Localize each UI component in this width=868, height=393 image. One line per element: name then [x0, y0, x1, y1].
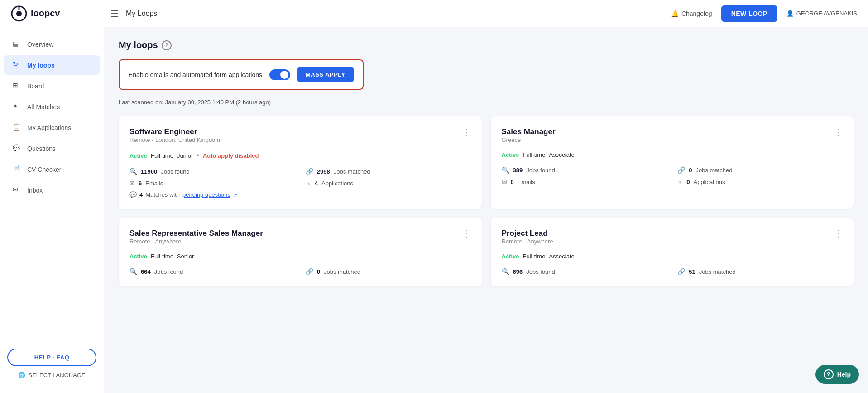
tag-full-time: Full-time [151, 152, 173, 159]
three-dots-menu[interactable]: ⋮ [834, 229, 843, 238]
page-help-icon[interactable]: ? [162, 40, 172, 50]
help-faq-button[interactable]: HELP - FAQ [7, 349, 96, 366]
topnav: loopcv ☰ My Loops 🔔 Changelog NEW LOOP 👤… [0, 0, 868, 27]
sidebar-item-overview[interactable]: ▦ Overview [4, 34, 100, 54]
email-icon: ✉ [502, 178, 507, 185]
loop-card-2: Sales Representative Sales Manager Remot… [119, 218, 482, 286]
hamburger-icon[interactable]: ☰ [110, 8, 119, 19]
sidebar-item-my-applications[interactable]: 📋 My Applications [4, 118, 100, 138]
applications-label: Applications [321, 180, 353, 187]
jobs-matched-label: Jobs matched [324, 268, 360, 275]
last-scanned-text: Last scanned on: January 30, 2025 1:40 P… [119, 99, 854, 106]
applications-label: Applications [693, 179, 725, 185]
sidebar-item-cv-checker[interactable]: 📄 CV Checker [4, 160, 100, 180]
my-applications-icon: 📋 [13, 123, 22, 132]
changelog-button[interactable]: 🔔 Changelog [671, 10, 712, 17]
jobs-matched-stat: 🔗 51 Jobs matched [677, 268, 843, 275]
auto-apply-toggle[interactable] [269, 69, 290, 80]
content-area: My loops ? Enable emails and automated f… [104, 27, 868, 393]
three-dots-menu[interactable]: ⋮ [834, 127, 843, 136]
logo-icon [11, 5, 27, 22]
sidebar-item-board[interactable]: ⊞ Board [4, 76, 100, 96]
sidebar-item-label-cv-checker: CV Checker [27, 166, 61, 173]
card-stats: 🔍 11900 Jobs found 🔗 2958 Jobs matched ✉… [129, 168, 471, 187]
tag-junior: Junior [177, 152, 193, 159]
card-title: Sales Manager [502, 127, 556, 136]
card-header: Software Engineer Remote - London, Unite… [129, 127, 471, 149]
jobs-matched-label: Jobs matched [699, 268, 736, 275]
card-tags: Active Full-timeAssociate [502, 151, 843, 158]
loop-card-0: Software Engineer Remote - London, Unite… [119, 116, 482, 209]
jobs-found-num: 389 [513, 167, 523, 174]
application-icon: ↳ [306, 180, 311, 187]
pending-questions-row: 💬 4 Matches with pending questions ↗ [129, 191, 471, 198]
card-title: Sales Representative Sales Manager [129, 229, 263, 238]
tag-senior: Senior [177, 253, 194, 260]
all-matches-icon: ✦ [13, 102, 22, 112]
link-icon: 🔗 [677, 268, 685, 275]
external-link-icon: ↗ [233, 192, 238, 198]
jobs-matched-stat: 🔗 0 Jobs matched [677, 166, 843, 174]
sidebar-item-label-all-matches: All Matches [27, 103, 60, 111]
search-icon: 🔍 [129, 168, 137, 175]
search-icon: 🔍 [502, 268, 509, 275]
sidebar-item-my-loops[interactable]: ↻ My loops [4, 55, 100, 75]
emails-label: Emails [518, 179, 535, 185]
card-title-area: Software Engineer Remote - London, Unite… [129, 127, 220, 149]
tag-full-time: Full-time [523, 151, 546, 158]
card-tags: Active Full-timeSenior [129, 253, 471, 260]
sidebar: ▦ Overview ↻ My loops ⊞ Board ✦ All Matc… [0, 27, 104, 393]
jobs-found-num: 11900 [141, 168, 157, 175]
three-dots-menu[interactable]: ⋮ [462, 127, 471, 136]
jobs-matched-stat: 🔗 2958 Jobs matched [306, 168, 471, 175]
loop-card-1: Sales Manager Greece ⋮ Active Full-timeA… [491, 116, 854, 209]
jobs-found-stat: 🔍 11900 Jobs found [129, 168, 295, 175]
card-header: Sales Manager Greece ⋮ [502, 127, 843, 149]
link-icon: 🔗 [306, 168, 313, 175]
card-title-area: Sales Representative Sales Manager Remot… [129, 229, 263, 250]
language-selector[interactable]: 🌐 SELECT LANGUAGE [7, 372, 96, 378]
card-stats: 🔍 389 Jobs found 🔗 0 Jobs matched ✉ 0 Em… [502, 166, 843, 185]
pending-count: 4 [139, 191, 143, 198]
applications-num: 4 [315, 180, 318, 187]
page-title-area: My loops ? [119, 40, 854, 50]
user-area[interactable]: 👤 GEORGE AVGENAKIS [786, 10, 857, 17]
link-icon: 🔗 [677, 166, 685, 174]
active-tag: Active [502, 253, 519, 260]
three-dots-menu[interactable]: ⋮ [462, 229, 471, 238]
help-bubble-label: Help [837, 371, 851, 378]
changelog-label: Changelog [681, 10, 712, 17]
emails-num: 6 [139, 180, 142, 187]
sidebar-item-questions[interactable]: 💬 Questions [4, 139, 100, 159]
sidebar-bottom: HELP - FAQ 🌐 SELECT LANGUAGE [0, 341, 104, 386]
emails-stat: ✉ 6 Emails [129, 180, 295, 187]
emails-stat: ✉ 0 Emails [502, 178, 667, 185]
user-name: GEORGE AVGENAKIS [796, 10, 857, 17]
card-title: Software Engineer [129, 127, 220, 136]
sidebar-item-all-matches[interactable]: ✦ All Matches [4, 97, 100, 117]
new-loop-button[interactable]: NEW LOOP [721, 5, 777, 22]
cv-checker-icon: 📄 [13, 165, 22, 174]
sidebar-item-label-overview: Overview [27, 41, 53, 48]
tag-associate: Associate [549, 253, 574, 260]
pending-questions-link[interactable]: pending questions [182, 191, 230, 198]
sidebar-item-inbox[interactable]: ✉ Inbox [4, 180, 100, 200]
logo-text: loopcv [31, 8, 60, 19]
mass-apply-button[interactable]: MASS APPLY [297, 67, 354, 82]
jobs-matched-num: 51 [689, 268, 695, 275]
jobs-matched-label: Jobs matched [334, 168, 370, 175]
bell-icon: 🔔 [671, 10, 679, 17]
jobs-found-label: Jobs found [154, 268, 183, 275]
jobs-found-stat: 🔍 696 Jobs found [502, 268, 667, 275]
card-tags: Active Full-timeJunior •Auto apply disab… [129, 151, 471, 160]
main-layout: ▦ Overview ↻ My loops ⊞ Board ✦ All Matc… [0, 27, 868, 393]
card-subtitle: Remote - Anywhere [502, 238, 553, 245]
jobs-matched-label: Jobs matched [695, 167, 732, 174]
sidebar-item-label-inbox: Inbox [27, 187, 43, 194]
card-title: Project Lead [502, 229, 553, 238]
jobs-found-label: Jobs found [161, 168, 190, 175]
help-bubble[interactable]: ? Help [815, 365, 859, 384]
jobs-found-label: Jobs found [526, 167, 555, 174]
jobs-matched-num: 2958 [317, 168, 330, 175]
jobs-matched-stat: 🔗 0 Jobs matched [306, 268, 471, 275]
